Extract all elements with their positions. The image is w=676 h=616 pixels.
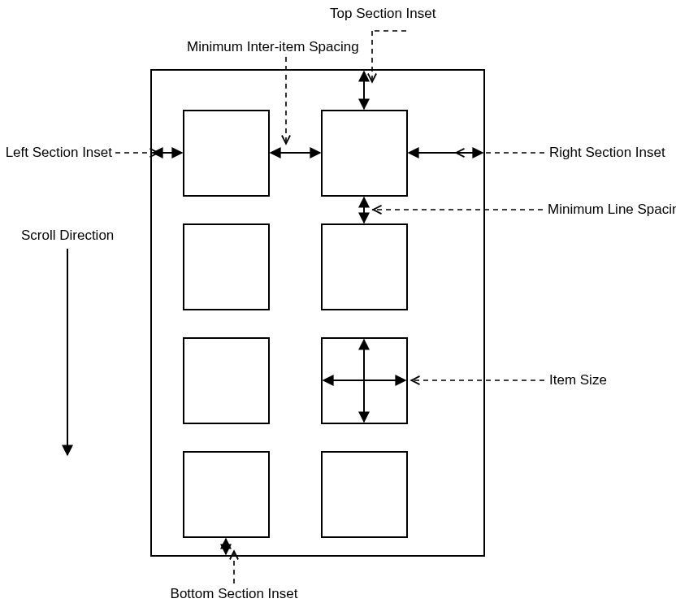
item-cell	[322, 452, 407, 537]
label-scroll-direction: Scroll Direction	[21, 228, 114, 243]
item-cell	[184, 452, 269, 537]
item-cell	[322, 224, 407, 310]
item-cell	[184, 338, 269, 423]
label-right-section-inset: Right Section Inset	[549, 145, 665, 160]
label-bottom-section-inset: Bottom Section Inset	[171, 586, 298, 601]
leader-lines	[115, 31, 544, 583]
item-cell	[184, 111, 269, 196]
label-min-inter-item-spacing: Minimum Inter-item Spacing	[187, 39, 359, 54]
container-rect	[151, 70, 484, 556]
layout-diagram: Top Section Inset Minimum Inter-item Spa…	[0, 0, 676, 616]
labels-group: Top Section Inset Minimum Inter-item Spa…	[6, 6, 676, 601]
item-cell	[184, 224, 269, 310]
label-left-section-inset: Left Section Inset	[6, 145, 113, 160]
item-cell	[322, 111, 407, 196]
label-top-section-inset: Top Section Inset	[330, 6, 436, 21]
dimension-arrows	[67, 72, 483, 554]
grid-items	[184, 111, 407, 537]
label-item-size: Item Size	[549, 372, 607, 388]
label-min-line-spacing: Minimum Line Spacing	[548, 202, 676, 217]
